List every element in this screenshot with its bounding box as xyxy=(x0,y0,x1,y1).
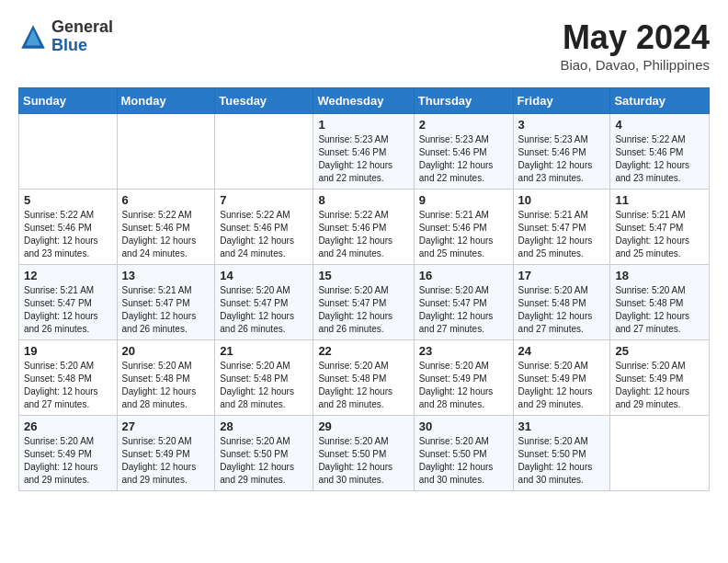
calendar-cell: 2Sunrise: 5:23 AM Sunset: 5:46 PM Daylig… xyxy=(414,114,513,190)
calendar-cell: 22Sunrise: 5:20 AM Sunset: 5:48 PM Dayli… xyxy=(313,340,414,416)
day-number: 30 xyxy=(419,419,508,433)
day-info: Sunrise: 5:20 AM Sunset: 5:47 PM Dayligh… xyxy=(220,284,308,336)
day-number: 27 xyxy=(122,419,210,433)
day-info: Sunrise: 5:20 AM Sunset: 5:48 PM Dayligh… xyxy=(615,284,704,336)
day-number: 14 xyxy=(220,269,308,282)
logo-blue: Blue xyxy=(51,37,113,55)
day-info: Sunrise: 5:20 AM Sunset: 5:49 PM Dayligh… xyxy=(122,435,210,487)
day-number: 24 xyxy=(518,344,606,358)
calendar-cell: 10Sunrise: 5:21 AM Sunset: 5:47 PM Dayli… xyxy=(513,190,610,265)
calendar-cell: 12Sunrise: 5:21 AM Sunset: 5:47 PM Dayli… xyxy=(19,265,118,340)
day-number: 22 xyxy=(318,344,408,358)
calendar-cell: 20Sunrise: 5:20 AM Sunset: 5:48 PM Dayli… xyxy=(117,340,215,416)
calendar-cell: 17Sunrise: 5:20 AM Sunset: 5:48 PM Dayli… xyxy=(513,265,610,340)
day-info: Sunrise: 5:22 AM Sunset: 5:46 PM Dayligh… xyxy=(220,209,308,260)
weekday-header-row: SundayMondayTuesdayWednesdayThursdayFrid… xyxy=(19,88,710,114)
day-info: Sunrise: 5:20 AM Sunset: 5:47 PM Dayligh… xyxy=(318,284,408,336)
day-info: Sunrise: 5:20 AM Sunset: 5:50 PM Dayligh… xyxy=(518,435,606,487)
calendar-cell xyxy=(117,114,215,190)
day-info: Sunrise: 5:20 AM Sunset: 5:50 PM Dayligh… xyxy=(419,435,508,487)
calendar-cell: 1Sunrise: 5:23 AM Sunset: 5:46 PM Daylig… xyxy=(313,114,414,190)
calendar-week-row: 1Sunrise: 5:23 AM Sunset: 5:46 PM Daylig… xyxy=(19,114,710,190)
day-info: Sunrise: 5:21 AM Sunset: 5:46 PM Dayligh… xyxy=(419,209,508,260)
calendar-cell: 5Sunrise: 5:22 AM Sunset: 5:46 PM Daylig… xyxy=(19,190,118,265)
month-title: May 2024 xyxy=(560,18,710,57)
weekday-header: Wednesday xyxy=(313,88,414,114)
logo-text: General Blue xyxy=(51,18,113,55)
calendar-week-row: 19Sunrise: 5:20 AM Sunset: 5:48 PM Dayli… xyxy=(19,340,710,416)
day-info: Sunrise: 5:20 AM Sunset: 5:48 PM Dayligh… xyxy=(24,360,112,411)
calendar-week-row: 5Sunrise: 5:22 AM Sunset: 5:46 PM Daylig… xyxy=(19,190,710,265)
logo-icon xyxy=(18,22,48,52)
day-info: Sunrise: 5:23 AM Sunset: 5:46 PM Dayligh… xyxy=(318,133,408,185)
day-number: 18 xyxy=(615,269,704,282)
day-number: 13 xyxy=(122,269,210,282)
day-number: 5 xyxy=(24,193,112,207)
calendar-cell: 21Sunrise: 5:20 AM Sunset: 5:48 PM Dayli… xyxy=(215,340,313,416)
logo-general: General xyxy=(51,18,113,37)
day-info: Sunrise: 5:23 AM Sunset: 5:46 PM Dayligh… xyxy=(518,133,606,185)
calendar-cell: 28Sunrise: 5:20 AM Sunset: 5:50 PM Dayli… xyxy=(215,416,313,491)
day-number: 6 xyxy=(122,193,210,207)
day-number: 3 xyxy=(518,118,606,132)
calendar-cell: 26Sunrise: 5:20 AM Sunset: 5:49 PM Dayli… xyxy=(19,416,118,491)
calendar-cell: 19Sunrise: 5:20 AM Sunset: 5:48 PM Dayli… xyxy=(19,340,118,416)
day-number: 11 xyxy=(615,193,704,207)
weekday-header: Friday xyxy=(513,88,610,114)
day-info: Sunrise: 5:22 AM Sunset: 5:46 PM Dayligh… xyxy=(615,133,704,185)
location: Biao, Davao, Philippines xyxy=(560,57,710,73)
calendar-week-row: 12Sunrise: 5:21 AM Sunset: 5:47 PM Dayli… xyxy=(19,265,710,340)
day-info: Sunrise: 5:20 AM Sunset: 5:50 PM Dayligh… xyxy=(318,435,408,487)
calendar-cell: 27Sunrise: 5:20 AM Sunset: 5:49 PM Dayli… xyxy=(117,416,215,491)
weekday-header: Monday xyxy=(117,88,215,114)
day-number: 20 xyxy=(122,344,210,358)
day-number: 21 xyxy=(220,344,308,358)
weekday-header: Thursday xyxy=(414,88,513,114)
day-number: 17 xyxy=(518,269,606,282)
day-number: 12 xyxy=(24,269,112,282)
day-number: 2 xyxy=(419,118,508,132)
day-number: 15 xyxy=(318,269,408,282)
day-number: 1 xyxy=(318,118,408,132)
day-info: Sunrise: 5:20 AM Sunset: 5:48 PM Dayligh… xyxy=(518,284,606,336)
calendar-cell: 25Sunrise: 5:20 AM Sunset: 5:49 PM Dayli… xyxy=(610,340,710,416)
day-number: 9 xyxy=(419,193,508,207)
day-number: 29 xyxy=(318,419,408,433)
day-info: Sunrise: 5:20 AM Sunset: 5:49 PM Dayligh… xyxy=(615,360,704,411)
day-info: Sunrise: 5:20 AM Sunset: 5:49 PM Dayligh… xyxy=(518,360,606,411)
calendar-cell: 30Sunrise: 5:20 AM Sunset: 5:50 PM Dayli… xyxy=(414,416,513,491)
weekday-header: Saturday xyxy=(610,88,710,114)
calendar-cell: 31Sunrise: 5:20 AM Sunset: 5:50 PM Dayli… xyxy=(513,416,610,491)
day-number: 4 xyxy=(615,118,704,132)
day-info: Sunrise: 5:21 AM Sunset: 5:47 PM Dayligh… xyxy=(518,209,606,260)
calendar-cell xyxy=(19,114,118,190)
calendar-cell: 13Sunrise: 5:21 AM Sunset: 5:47 PM Dayli… xyxy=(117,265,215,340)
calendar-cell xyxy=(215,114,313,190)
day-number: 23 xyxy=(419,344,508,358)
weekday-header: Tuesday xyxy=(215,88,313,114)
calendar-table: SundayMondayTuesdayWednesdayThursdayFrid… xyxy=(18,87,710,491)
day-info: Sunrise: 5:22 AM Sunset: 5:46 PM Dayligh… xyxy=(122,209,210,260)
calendar-cell: 7Sunrise: 5:22 AM Sunset: 5:46 PM Daylig… xyxy=(215,190,313,265)
calendar-cell: 9Sunrise: 5:21 AM Sunset: 5:46 PM Daylig… xyxy=(414,190,513,265)
day-info: Sunrise: 5:20 AM Sunset: 5:48 PM Dayligh… xyxy=(318,360,408,411)
calendar-cell: 29Sunrise: 5:20 AM Sunset: 5:50 PM Dayli… xyxy=(313,416,414,491)
day-info: Sunrise: 5:21 AM Sunset: 5:47 PM Dayligh… xyxy=(615,209,704,260)
day-number: 16 xyxy=(419,269,508,282)
day-number: 19 xyxy=(24,344,112,358)
day-info: Sunrise: 5:22 AM Sunset: 5:46 PM Dayligh… xyxy=(318,209,408,260)
weekday-header: Sunday xyxy=(19,88,118,114)
day-info: Sunrise: 5:21 AM Sunset: 5:47 PM Dayligh… xyxy=(24,284,112,336)
calendar-week-row: 26Sunrise: 5:20 AM Sunset: 5:49 PM Dayli… xyxy=(19,416,710,491)
day-number: 10 xyxy=(518,193,606,207)
day-number: 31 xyxy=(518,419,606,433)
page-header: General Blue May 2024 Biao, Davao, Phili… xyxy=(18,18,710,73)
calendar-cell: 18Sunrise: 5:20 AM Sunset: 5:48 PM Dayli… xyxy=(610,265,710,340)
day-info: Sunrise: 5:20 AM Sunset: 5:48 PM Dayligh… xyxy=(220,360,308,411)
day-info: Sunrise: 5:23 AM Sunset: 5:46 PM Dayligh… xyxy=(419,133,508,185)
day-number: 28 xyxy=(220,419,308,433)
calendar-cell: 11Sunrise: 5:21 AM Sunset: 5:47 PM Dayli… xyxy=(610,190,710,265)
calendar-cell: 4Sunrise: 5:22 AM Sunset: 5:46 PM Daylig… xyxy=(610,114,710,190)
calendar-cell: 6Sunrise: 5:22 AM Sunset: 5:46 PM Daylig… xyxy=(117,190,215,265)
day-info: Sunrise: 5:21 AM Sunset: 5:47 PM Dayligh… xyxy=(122,284,210,336)
